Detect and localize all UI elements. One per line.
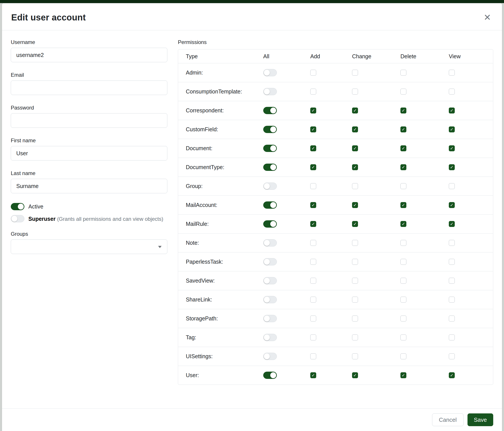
permission-change-checkbox[interactable]: ✓ xyxy=(352,164,358,170)
permission-view-checkbox[interactable]: ✓ xyxy=(449,221,455,227)
first-name-input[interactable] xyxy=(11,146,167,161)
permission-add-checkbox[interactable]: ✓ xyxy=(310,202,316,208)
permission-add-checkbox[interactable]: ✓ xyxy=(310,240,316,246)
dialog-footer: Cancel Save xyxy=(2,408,502,431)
permission-add-checkbox[interactable]: ✓ xyxy=(310,108,316,114)
permission-view-checkbox[interactable]: ✓ xyxy=(449,259,455,265)
permission-change-checkbox[interactable]: ✓ xyxy=(352,353,358,359)
permission-view-checkbox[interactable]: ✓ xyxy=(449,278,455,284)
permission-delete-checkbox[interactable]: ✓ xyxy=(400,164,406,170)
permission-change-checkbox[interactable]: ✓ xyxy=(352,89,358,95)
permission-view-checkbox[interactable]: ✓ xyxy=(449,183,455,189)
permission-add-checkbox[interactable]: ✓ xyxy=(310,334,316,341)
permission-delete-checkbox[interactable]: ✓ xyxy=(400,202,406,208)
permission-view-checkbox[interactable]: ✓ xyxy=(449,353,455,359)
permission-add-checkbox[interactable]: ✓ xyxy=(310,372,316,378)
permission-delete-checkbox[interactable]: ✓ xyxy=(400,315,406,322)
permission-all-toggle[interactable] xyxy=(263,126,277,133)
cancel-button[interactable]: Cancel xyxy=(432,413,464,426)
permission-add-checkbox[interactable]: ✓ xyxy=(310,353,316,359)
permission-all-toggle[interactable] xyxy=(263,315,277,322)
permission-change-checkbox[interactable]: ✓ xyxy=(352,145,358,151)
permission-view-checkbox[interactable]: ✓ xyxy=(449,315,455,322)
permission-all-toggle[interactable] xyxy=(263,258,277,265)
permission-change-checkbox[interactable]: ✓ xyxy=(352,126,358,132)
permission-view-checkbox[interactable]: ✓ xyxy=(449,126,455,132)
permission-change-checkbox[interactable]: ✓ xyxy=(352,221,358,227)
permission-view-checkbox[interactable]: ✓ xyxy=(449,202,455,208)
permission-all-toggle[interactable] xyxy=(263,277,277,284)
permission-view-checkbox[interactable]: ✓ xyxy=(449,334,455,341)
permission-delete-checkbox[interactable]: ✓ xyxy=(400,126,406,132)
permission-view-checkbox[interactable]: ✓ xyxy=(449,240,455,246)
permission-all-toggle[interactable] xyxy=(263,353,277,360)
last-name-input[interactable] xyxy=(11,179,167,193)
permission-add-checkbox[interactable]: ✓ xyxy=(310,183,316,189)
permission-add-checkbox[interactable]: ✓ xyxy=(310,164,316,170)
permission-change-checkbox[interactable]: ✓ xyxy=(352,334,358,341)
groups-input[interactable] xyxy=(11,240,167,254)
permission-add-checkbox[interactable]: ✓ xyxy=(310,221,316,227)
permission-view-checkbox[interactable]: ✓ xyxy=(449,297,455,303)
password-input[interactable] xyxy=(11,113,167,128)
permission-all-toggle[interactable] xyxy=(263,201,277,209)
permission-change-checkbox[interactable]: ✓ xyxy=(352,278,358,284)
permission-delete-checkbox[interactable]: ✓ xyxy=(400,297,406,303)
permission-all-toggle[interactable] xyxy=(263,88,277,95)
permission-delete-checkbox[interactable]: ✓ xyxy=(400,372,406,378)
permission-add-checkbox[interactable]: ✓ xyxy=(310,297,316,303)
permission-add-checkbox[interactable]: ✓ xyxy=(310,126,316,132)
permission-change-checkbox[interactable]: ✓ xyxy=(352,183,358,189)
permission-change-checkbox[interactable]: ✓ xyxy=(352,202,358,208)
permission-view-checkbox[interactable]: ✓ xyxy=(449,145,455,151)
permission-change-checkbox[interactable]: ✓ xyxy=(352,297,358,303)
permission-delete-checkbox[interactable]: ✓ xyxy=(400,183,406,189)
permission-add-checkbox[interactable]: ✓ xyxy=(310,278,316,284)
permission-delete-checkbox[interactable]: ✓ xyxy=(400,259,406,265)
permission-all-toggle[interactable] xyxy=(263,145,277,152)
permission-all-toggle[interactable] xyxy=(263,372,277,379)
permission-add-checkbox[interactable]: ✓ xyxy=(310,315,316,322)
save-button[interactable]: Save xyxy=(468,413,493,426)
permission-change-checkbox[interactable]: ✓ xyxy=(352,240,358,246)
permission-all-toggle[interactable] xyxy=(263,296,277,303)
permission-delete-checkbox[interactable]: ✓ xyxy=(400,334,406,341)
close-icon[interactable]: ✕ xyxy=(482,12,493,23)
permission-change-checkbox[interactable]: ✓ xyxy=(352,108,358,114)
superuser-toggle[interactable] xyxy=(11,215,24,222)
permission-view-checkbox[interactable]: ✓ xyxy=(449,70,455,76)
permission-delete-checkbox[interactable]: ✓ xyxy=(400,108,406,114)
permission-change-checkbox[interactable]: ✓ xyxy=(352,259,358,265)
permission-change-checkbox[interactable]: ✓ xyxy=(352,315,358,322)
permission-all-toggle[interactable] xyxy=(263,107,277,114)
permission-delete-checkbox[interactable]: ✓ xyxy=(400,89,406,95)
permission-all-toggle[interactable] xyxy=(263,164,277,171)
permission-change-cell: ✓ xyxy=(352,372,400,378)
email-input[interactable] xyxy=(11,81,167,95)
permission-add-checkbox[interactable]: ✓ xyxy=(310,145,316,151)
permission-all-toggle[interactable] xyxy=(263,182,277,190)
permission-all-toggle[interactable] xyxy=(263,69,277,76)
permission-view-checkbox[interactable]: ✓ xyxy=(449,372,455,378)
permission-delete-checkbox[interactable]: ✓ xyxy=(400,221,406,227)
username-input[interactable] xyxy=(11,48,167,62)
active-toggle[interactable] xyxy=(11,203,24,210)
permission-delete-checkbox[interactable]: ✓ xyxy=(400,278,406,284)
permission-change-checkbox[interactable]: ✓ xyxy=(352,372,358,378)
permission-view-checkbox[interactable]: ✓ xyxy=(449,108,455,114)
permission-all-toggle[interactable] xyxy=(263,239,277,246)
permission-delete-checkbox[interactable]: ✓ xyxy=(400,145,406,151)
permission-all-toggle[interactable] xyxy=(263,220,277,228)
permission-add-checkbox[interactable]: ✓ xyxy=(310,89,316,95)
groups-group: Groups xyxy=(11,231,167,254)
permission-add-checkbox[interactable]: ✓ xyxy=(310,259,316,265)
permission-delete-checkbox[interactable]: ✓ xyxy=(400,240,406,246)
permission-change-checkbox[interactable]: ✓ xyxy=(352,70,358,76)
groups-select[interactable] xyxy=(11,240,167,254)
permission-add-checkbox[interactable]: ✓ xyxy=(310,70,316,76)
permission-all-toggle[interactable] xyxy=(263,334,277,341)
permission-view-checkbox[interactable]: ✓ xyxy=(449,164,455,170)
permission-view-checkbox[interactable]: ✓ xyxy=(449,89,455,95)
permission-delete-checkbox[interactable]: ✓ xyxy=(400,353,406,359)
permission-delete-checkbox[interactable]: ✓ xyxy=(400,70,406,76)
